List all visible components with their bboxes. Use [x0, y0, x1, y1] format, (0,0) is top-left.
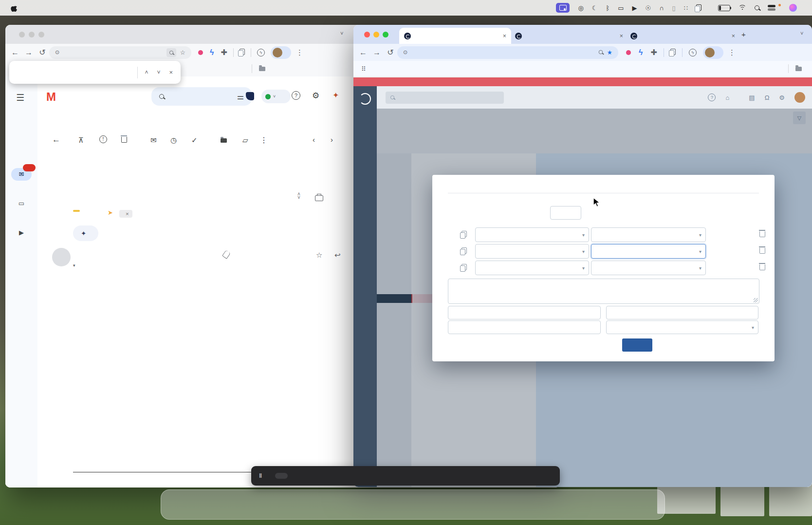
recipient-row[interactable]: ▾	[73, 262, 75, 268]
apps-grid-icon[interactable]: ⠿	[361, 65, 366, 73]
report-spam-icon[interactable]: !	[99, 135, 107, 143]
media-app-icon[interactable]	[789, 4, 797, 12]
reserve-button[interactable]	[622, 338, 652, 352]
forward-icon[interactable]: →	[22, 48, 36, 57]
help-icon[interactable]: ?	[292, 91, 300, 100]
tab-ocupacion[interactable]: ×	[399, 28, 511, 44]
observations-textarea[interactable]	[448, 279, 759, 304]
close-tab-icon[interactable]: ×	[620, 33, 623, 39]
cancel-button[interactable]	[734, 338, 764, 352]
settings-gear-icon[interactable]: ⚙	[779, 94, 785, 101]
search-filters-icon[interactable]: ⚌	[237, 92, 244, 101]
close-find-bar-icon[interactable]: ×	[169, 69, 173, 76]
extension-dot-icon[interactable]	[626, 50, 631, 55]
screen-mirroring-icon[interactable]: ▶	[632, 5, 637, 11]
zoom-page-icon[interactable]	[598, 49, 603, 56]
duplicate-row-icon[interactable]	[461, 264, 467, 272]
reload-icon[interactable]: ↺	[36, 48, 49, 57]
add-to-tasks-icon[interactable]: ✓	[191, 136, 198, 145]
settings-gear-icon[interactable]: ⚙	[312, 91, 319, 101]
address-bar[interactable]: ⊙ ☆	[49, 46, 191, 59]
display-icon[interactable]: ▭	[618, 5, 624, 11]
do-not-disturb-icon[interactable]: ☾	[592, 5, 598, 11]
dictation-icon[interactable]: ∷	[684, 5, 688, 11]
find-previous-icon[interactable]: ˄	[145, 69, 148, 76]
mark-unread-icon[interactable]: ✉	[150, 136, 157, 145]
tab-search-icon[interactable]: ˅	[800, 30, 803, 36]
rate-select-focused[interactable]: ▾	[591, 244, 706, 259]
accessibility-icon[interactable]: ☉	[646, 5, 651, 11]
label-inbox[interactable]: ×	[119, 210, 132, 218]
reload-icon[interactable]: ↺	[384, 48, 397, 57]
device-toolbar-icon[interactable]	[670, 48, 676, 57]
older-email-icon[interactable]: ›	[331, 135, 333, 144]
move-to-icon[interactable]	[221, 136, 227, 144]
sidebar-item-meet-icon[interactable]: ▶	[11, 226, 32, 239]
label-external[interactable]	[73, 210, 80, 212]
gemini-spark-icon[interactable]: ✦	[332, 91, 339, 100]
gmail-search-bar[interactable]: ⚌	[151, 87, 252, 106]
importance-marker-icon[interactable]: ➤	[108, 209, 113, 216]
bookmark-star-icon[interactable]: ☆	[180, 49, 185, 56]
tab-tipos-de-reserva[interactable]: ×	[510, 28, 628, 44]
zoom-window-button[interactable]	[383, 32, 388, 38]
extensions-icon[interactable]: ✚	[221, 48, 227, 57]
pause-share-icon[interactable]: ‖	[259, 472, 262, 479]
email-field[interactable]	[448, 320, 601, 334]
tag-field[interactable]	[606, 306, 758, 319]
delete-row-icon[interactable]	[759, 264, 765, 272]
address-bar[interactable]: ⊙ ★	[397, 46, 618, 59]
profile-chip[interactable]	[271, 46, 291, 59]
rate-select[interactable]: ▾	[591, 227, 706, 242]
user-avatar[interactable]	[794, 92, 805, 103]
speed-insights-icon[interactable]: ϟ	[257, 49, 265, 56]
reservation-count-input[interactable]	[550, 206, 581, 220]
more-options-icon[interactable]: ⋮	[260, 135, 268, 145]
chrome-menu-icon[interactable]: ⋮	[296, 48, 303, 57]
new-tab-icon[interactable]: +	[741, 30, 746, 38]
zoom-window-button[interactable]	[38, 32, 44, 38]
client-select[interactable]: ▾	[475, 261, 589, 275]
reply-icon[interactable]: ↩	[334, 251, 341, 260]
newer-email-icon[interactable]: ‹	[313, 135, 315, 144]
back-to-inbox-icon[interactable]: ←	[52, 135, 60, 145]
apple-logo-icon[interactable]	[11, 4, 17, 12]
profile-chip[interactable]	[703, 46, 723, 59]
keyboard-brightness-icon[interactable]: ▯	[672, 5, 676, 11]
close-tab-icon[interactable]: ×	[732, 33, 735, 39]
minimize-window-button[interactable]	[29, 32, 35, 38]
nationality-select[interactable]: ▾	[606, 320, 758, 334]
status-chip[interactable]: ˅	[261, 90, 291, 103]
find-next-icon[interactable]: ˅	[157, 69, 160, 76]
global-search-input[interactable]	[386, 92, 504, 104]
star-email-icon[interactable]: ☆	[316, 251, 322, 260]
academy-icon[interactable]: ⌂	[725, 94, 729, 101]
spotlight-search-icon[interactable]	[755, 5, 759, 11]
reserve-and-edit-button[interactable]	[660, 338, 713, 352]
archive-icon[interactable]: ⊼	[78, 136, 84, 145]
headphones-icon[interactable]: ∩	[659, 5, 664, 11]
client-select[interactable]: ▾	[475, 244, 589, 259]
chrome-menu-icon[interactable]: ⋮	[728, 48, 736, 57]
close-window-button[interactable]	[364, 32, 370, 38]
minimize-window-button[interactable]	[373, 32, 379, 38]
extension-dot-icon[interactable]	[198, 50, 203, 55]
close-window-button[interactable]	[19, 32, 25, 38]
sender-avatar[interactable]	[52, 248, 71, 266]
duplicate-row-icon[interactable]	[461, 231, 467, 239]
print-icon[interactable]	[315, 194, 323, 203]
control-center-icon[interactable]	[768, 5, 776, 11]
extension-bolt-icon[interactable]: ϟ	[210, 48, 214, 57]
screen-sharing-status-icon[interactable]	[556, 3, 570, 13]
find-in-page-indicator-icon[interactable]	[166, 48, 176, 57]
notifications-bell-icon[interactable]: Ω	[765, 94, 770, 101]
forward-icon[interactable]: →	[370, 48, 384, 57]
wifi-icon[interactable]	[738, 5, 746, 11]
snooze-icon[interactable]: ◷	[170, 136, 177, 145]
extensions-icon[interactable]: ✚	[650, 48, 657, 57]
rate-select[interactable]: ▾	[591, 261, 706, 275]
site-info-icon[interactable]: ⊙	[403, 49, 407, 56]
bookmark-star-filled-icon[interactable]: ★	[607, 49, 612, 56]
duplicate-row-icon[interactable]	[461, 247, 467, 255]
summarize-email-button[interactable]: ✦	[73, 225, 98, 241]
